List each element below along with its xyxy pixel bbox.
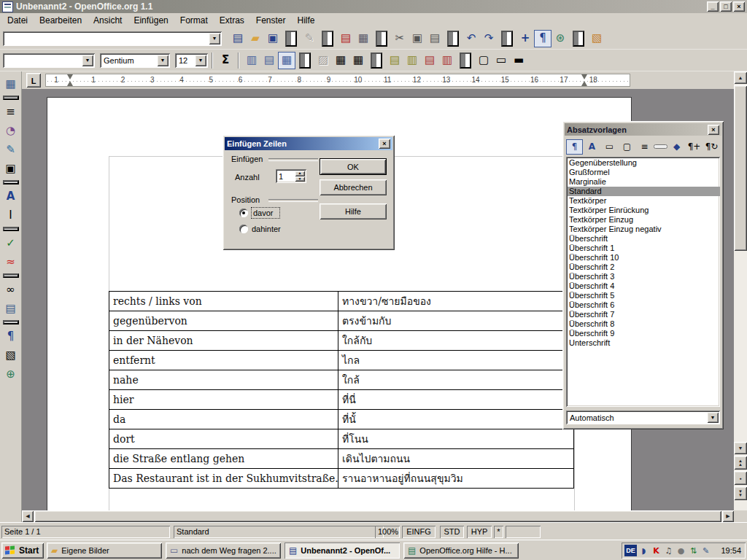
dropdown-arrow-icon[interactable]: ▼ [209, 33, 220, 44]
spellcheck-icon[interactable]: ✓ [2, 234, 20, 252]
list-styles-icon[interactable]: ≡ [636, 139, 653, 155]
start-button[interactable]: Start [1, 542, 44, 559]
url-combobox[interactable]: ▼ [3, 31, 222, 46]
table-cell-german[interactable]: die Straße entlang gehen [109, 449, 338, 468]
status-page-style[interactable]: Standard [174, 526, 384, 538]
menu-item[interactable]: Einfügen [128, 13, 174, 28]
table-cell-german[interactable]: entfernt [109, 351, 338, 370]
new-document-icon[interactable]: ▤ [229, 30, 247, 47]
split-cells-icon[interactable]: ▤ [260, 52, 278, 69]
hyperlink-dialog-icon[interactable]: ⊛ [551, 30, 569, 47]
fill-format-icon[interactable]: ◆ [668, 139, 685, 155]
taskbar-button[interactable]: ▤ OpenOffice.org Hilfe - H... [403, 542, 519, 559]
style-list-item[interactable]: Überschrift 7 [568, 310, 720, 319]
style-list-item[interactable]: Überschrift 10 [568, 253, 720, 262]
table-cell-german[interactable]: dort [109, 429, 338, 448]
next-page-icon[interactable]: ▼▼ [734, 486, 747, 500]
insert-column-icon[interactable]: ▥ [403, 52, 421, 69]
style-list-item[interactable]: Überschrift 1 [568, 244, 720, 253]
border-style-icon[interactable]: ▭ [492, 52, 510, 69]
menu-item[interactable]: Datei [1, 13, 34, 28]
scroll-up-icon[interactable]: ▲ [734, 71, 747, 84]
delete-row-icon[interactable]: ▤ [421, 52, 438, 69]
table-cell-thai[interactable]: ทางขวา/ซายมือของ [338, 292, 573, 311]
style-list-item[interactable]: Überschrift 9 [568, 329, 720, 338]
menu-item[interactable]: Ansicht [88, 13, 128, 28]
online-layout-icon[interactable]: ⊕ [2, 365, 20, 383]
table-autoformat-icon[interactable]: ▦ [349, 52, 367, 69]
undo-icon[interactable]: ↶ [462, 30, 480, 47]
autotext-icon[interactable]: A [2, 187, 20, 205]
close-icon[interactable]: × [708, 125, 719, 135]
maximize-icon[interactable]: □ [720, 1, 732, 12]
table-cell-german[interactable]: da [109, 410, 338, 429]
cell-shading-icon[interactable]: ▨ [314, 52, 332, 69]
help-button[interactable]: Hilfe [320, 203, 387, 219]
table-cell-german[interactable]: nahe [109, 370, 338, 389]
style-list-item[interactable]: Standard [568, 187, 720, 196]
find-replace-icon[interactable]: ∞ [2, 281, 20, 298]
scroll-left-icon[interactable]: ◀ [22, 510, 34, 522]
vertical-scrollbar[interactable]: ▲ ▼ ▲▲ ● ▼▼ [734, 71, 747, 510]
cut-icon[interactable]: ✂ [391, 30, 409, 47]
dropdown-arrow-icon[interactable]: ▼ [82, 55, 93, 66]
style-list-item[interactable]: Überschrift 6 [568, 300, 720, 310]
ok-button[interactable]: OK [320, 158, 387, 175]
menu-item[interactable]: Hilfe [292, 13, 321, 28]
style-list-item[interactable]: Marginalie [568, 177, 720, 187]
graphics-toggle-icon[interactable]: ▧ [2, 346, 20, 364]
style-list-item[interactable]: Überschrift 3 [568, 272, 720, 281]
navigator-icon[interactable]: + [516, 30, 534, 47]
table-cell-german[interactable]: in der Nähevon [109, 331, 338, 350]
spin-up-icon[interactable]: ▲ [295, 171, 305, 176]
table-cell-german[interactable]: gegenübervon [109, 311, 338, 330]
background-color-icon[interactable]: ▬ [510, 52, 527, 69]
edit-file-icon[interactable]: ✎ [301, 30, 318, 47]
scroll-down-icon[interactable]: ▼ [734, 442, 747, 454]
style-list-item[interactable]: Überschrift 5 [568, 291, 720, 300]
table-cell-thai[interactable]: ที่นั้ [338, 410, 573, 429]
update-style-icon[interactable]: ¶↻ [703, 139, 720, 155]
menu-item[interactable]: Extras [214, 13, 250, 28]
table-cell-thai[interactable]: ที่นี่ [338, 390, 573, 409]
redo-icon[interactable]: ↷ [480, 30, 498, 47]
style-list-item[interactable]: Überschrift [568, 234, 720, 244]
table-cell-german[interactable]: rechts / links von [109, 292, 338, 311]
close-icon[interactable]: × [733, 1, 745, 12]
vertical-scrollbar-thumb[interactable] [734, 85, 747, 251]
style-list-item[interactable]: Überschrift 8 [568, 319, 720, 329]
sum-icon[interactable]: Σ [217, 52, 234, 69]
style-list-item[interactable]: Gegenüberstellung [568, 158, 720, 168]
style-list-item[interactable]: Überschrift 4 [568, 281, 720, 291]
style-list-item[interactable]: Überschrift 2 [568, 262, 720, 272]
merge-cells-icon[interactable]: ▥ [243, 52, 260, 69]
scroll-right-icon[interactable]: ▶ [722, 510, 734, 522]
style-list-item[interactable]: Textkörper Einzug negativ [568, 225, 720, 234]
print-icon[interactable]: ▦ [355, 30, 372, 47]
delete-column-icon[interactable]: ▥ [438, 52, 456, 69]
dropdown-arrow-icon[interactable]: ▼ [157, 55, 169, 66]
paste-icon[interactable]: ▤ [426, 30, 444, 47]
font-size-combobox[interactable]: 12 ▼ [175, 53, 208, 68]
menu-item[interactable]: Bearbeiten [34, 13, 88, 28]
auto-spellcheck-icon[interactable]: ≈ [2, 253, 20, 271]
draw-functions-icon[interactable]: ✎ [2, 141, 20, 158]
style-filter-combobox[interactable]: Automatisch ▼ [566, 411, 720, 424]
radio-unselected-icon[interactable] [239, 225, 248, 233]
status-hyperlink-mode[interactable]: HYP [467, 526, 492, 538]
navigation-icon[interactable]: ● [734, 471, 747, 485]
taskbar-button[interactable]: ▭ nach dem Weg fragen 2.... [166, 542, 281, 559]
paragraph-style-combobox[interactable]: ▼ [3, 53, 95, 68]
table-cell-thai[interactable]: ใกล้กับ [338, 331, 573, 350]
right-margin-marker[interactable] [581, 74, 588, 86]
style-list-item[interactable]: Textkörper Einrückung [568, 206, 720, 215]
insert-table-icon[interactable]: ▦ [2, 75, 20, 93]
optimize-width-icon[interactable]: ▦ [278, 52, 295, 69]
pen-device-icon[interactable]: ✎ [700, 545, 711, 556]
table-cell-thai[interactable]: ที่โนน [338, 429, 573, 448]
spin-down-icon[interactable]: ▼ [295, 176, 305, 182]
direct-cursor-icon[interactable]: I [2, 206, 20, 224]
taskbar-button[interactable]: ▰ Eigene Bilder [47, 542, 162, 559]
borders-icon[interactable]: ▢ [475, 52, 492, 69]
open-icon[interactable]: ▰ [247, 30, 264, 47]
